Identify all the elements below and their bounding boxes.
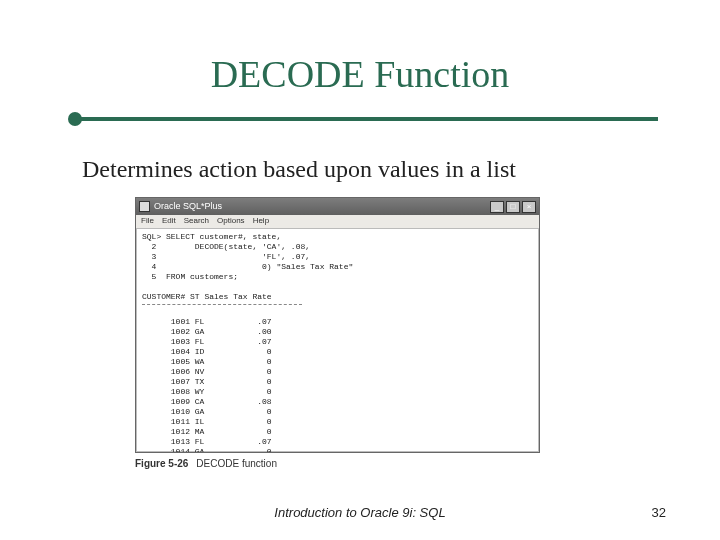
window-titlebar: Oracle SQL*Plus _ □ × — [136, 198, 539, 215]
figure-label: Figure 5-26 — [135, 458, 188, 469]
sql-line-3: 3 'FL', .07, — [142, 252, 310, 261]
figure-text: DECODE function — [196, 458, 277, 469]
title-rule — [68, 112, 658, 126]
terminal-body: SQL> SELECT customer#, state, 2 DECODE(s… — [136, 229, 539, 453]
maximize-button[interactable]: □ — [506, 201, 520, 213]
figure-caption: Figure 5-26DECODE function — [135, 458, 277, 469]
rule-line — [75, 117, 658, 121]
menu-edit[interactable]: Edit — [162, 216, 176, 227]
page-number: 32 — [652, 505, 666, 520]
footer-center: Introduction to Oracle 9i: SQL — [0, 505, 720, 520]
minimize-button[interactable]: _ — [490, 201, 504, 213]
window-title: Oracle SQL*Plus — [154, 201, 222, 212]
menu-help[interactable]: Help — [253, 216, 269, 227]
menu-file[interactable]: File — [141, 216, 154, 227]
sql-line-2: 2 DECODE(state, 'CA', .08, — [142, 242, 310, 251]
sql-line-5: 5 FROM customers; — [142, 272, 238, 281]
menu-options[interactable]: Options — [217, 216, 245, 227]
slide-subtitle: Determines action based upon values in a… — [82, 156, 516, 183]
result-rows: 1001 FL .07 1002 GA .00 1003 FL .07 1004… — [142, 317, 533, 453]
menu-search[interactable]: Search — [184, 216, 209, 227]
app-icon — [139, 201, 150, 212]
close-button[interactable]: × — [522, 201, 536, 213]
sqlplus-window: Oracle SQL*Plus _ □ × File Edit Search O… — [135, 197, 540, 453]
window-menubar: File Edit Search Options Help — [136, 215, 539, 229]
window-controls: _ □ × — [490, 201, 536, 213]
sql-line-4: 4 0) "Sales Tax Rate" — [142, 262, 353, 271]
header-divider — [142, 304, 302, 305]
sql-line-1: SQL> SELECT customer#, state, — [142, 232, 281, 241]
result-header: CUSTOMER# ST Sales Tax Rate — [142, 292, 272, 301]
slide-title: DECODE Function — [0, 52, 720, 96]
